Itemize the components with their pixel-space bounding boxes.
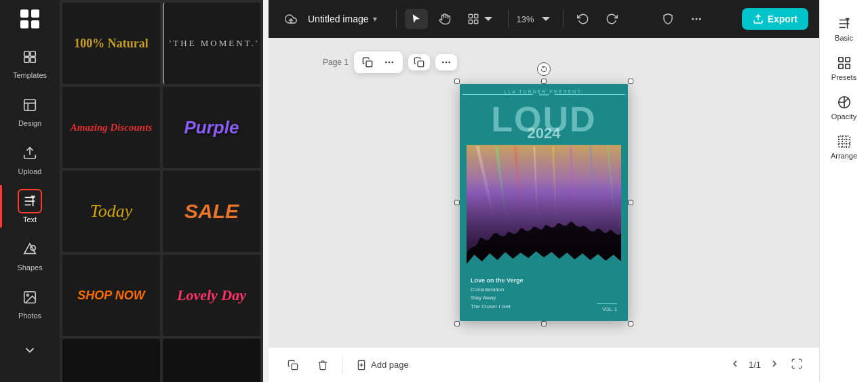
grid-tool-button[interactable] [462,9,500,29]
list-item[interactable]: SALE [163,171,260,252]
sidebar-item-text[interactable]: Text [0,182,60,230]
list-item[interactable]: 100% Natural [62,3,160,84]
prev-page-icon [730,358,741,369]
right-panel-basic[interactable]: Basic [825,11,863,47]
export-button[interactable]: Export [742,8,808,30]
svg-rect-4 [24,51,29,56]
handle-top-left[interactable] [454,79,460,84]
cloud-save-button[interactable] [279,9,302,29]
rotate-handle[interactable] [537,62,551,76]
svg-rect-40 [838,58,842,62]
page-more-icon [384,57,395,68]
sidebar-item-templates[interactable]: Templates [0,38,60,86]
list-item[interactable] [163,339,260,382]
photos-icon-wrap [18,285,42,310]
arrange-icon [837,134,852,149]
templates-label: Templates [13,71,47,79]
handle-bottom-right[interactable] [628,321,633,326]
svg-rect-41 [845,58,849,62]
duplicate-icon [362,57,373,68]
handle-top-center[interactable] [541,79,547,84]
page-actions-bar [354,51,403,73]
svg-rect-2 [20,20,28,28]
svg-rect-1 [31,9,39,18]
shapes-icon-wrap [18,237,42,261]
duplicate-button[interactable] [282,356,304,375]
next-page-button[interactable] [766,356,783,374]
svg-rect-36 [292,364,298,370]
canvas-tracklist: Love on the Verge Consideration Stay Awa… [471,276,524,312]
title-chevron-icon[interactable]: ▾ [373,14,377,24]
vol-label: VOL. 1 [602,307,617,312]
template-text-purple: Purple [184,117,239,138]
handle-bottom-center[interactable] [541,321,547,326]
delete-button[interactable] [312,356,334,375]
svg-rect-15 [469,20,472,24]
next-page-icon [769,358,780,369]
svg-rect-16 [474,20,477,24]
svg-rect-45 [838,136,850,148]
copy-page-button[interactable] [408,54,430,70]
svg-rect-43 [845,64,849,68]
handle-top-right[interactable] [628,79,633,84]
template-text-shopnow: SHOP NOW [77,289,144,303]
document-title: Untitled image [308,14,369,24]
hand-tool-button[interactable] [433,9,456,29]
top-toolbar: Untitled image ▾ [269,0,819,38]
text-icon-wrap [18,189,42,213]
canvas-design[interactable]: LLA TURNER PRESENT: ●●●●● LOUD 2024 [460,84,628,321]
canvas-wrapper: LLA TURNER PRESENT: ●●●●● LOUD 2024 [460,84,628,321]
list-item[interactable] [62,339,160,382]
add-page-button[interactable]: Add page [351,356,414,375]
dot-1: ●●●●● [538,92,549,96]
shapes-label: Shapes [17,263,42,272]
prev-page-button[interactable] [727,356,743,374]
template-grid: 100% Natural 'THE MOMENT.' Amazing Disco… [60,0,263,382]
svg-point-23 [391,62,393,64]
more-options-button[interactable] [685,9,708,29]
title-area: Untitled image ▾ [308,14,377,24]
right-panel-arrange[interactable]: Arrange [825,129,863,165]
undo-button[interactable] [572,9,595,29]
template-text-today: Today [90,201,133,221]
basic-label: Basic [835,34,853,42]
dots-line-left [462,94,533,95]
canvas-decoration-dots: ●●●●● [460,92,628,96]
page-more-button[interactable] [381,54,397,70]
select-tool-button[interactable] [405,9,428,29]
sidebar-item-photos[interactable]: Photos [0,278,60,326]
svg-rect-42 [838,64,842,68]
shield-button[interactable] [656,9,679,29]
canvas-year: 2024 [460,125,628,142]
svg-point-11 [26,294,28,296]
zoom-chevron-button[interactable] [537,12,555,26]
right-panel-opacity[interactable]: Opacity [825,89,863,126]
sidebar-item-shapes[interactable]: Shapes [0,230,60,278]
list-item[interactable]: SHOP NOW [62,255,160,336]
chevron-down-icon [18,338,42,362]
vol-line [597,303,617,304]
toolbar-divider-1 [396,9,397,28]
handle-bottom-left[interactable] [454,321,460,326]
list-item[interactable]: Today [62,171,160,252]
list-item[interactable]: Purple [163,87,260,168]
sidebar-more-button[interactable] [0,331,60,371]
fullscreen-button[interactable] [788,355,806,375]
list-item[interactable]: Lovely Day [163,255,260,336]
duplicate-page-button[interactable] [359,54,376,70]
photo-overlay [467,145,621,263]
sidebar-item-design[interactable]: Design [0,86,60,134]
list-item[interactable]: 'THE MOMENT.' [163,3,260,84]
page-more2-button[interactable] [435,54,457,70]
list-item[interactable]: Amazing Discounts [62,87,160,168]
handle-middle-right[interactable] [628,200,633,205]
design-label: Design [18,119,41,127]
right-panel-presets[interactable]: Presets [825,50,863,87]
presets-icon [837,56,852,70]
sidebar-item-upload[interactable]: Upload [0,134,60,182]
svg-point-25 [442,62,444,64]
handle-middle-left[interactable] [454,200,460,205]
redo-button[interactable] [600,9,623,29]
template-text-natural: 100% Natural [74,37,149,51]
app-logo[interactable] [16,5,43,33]
